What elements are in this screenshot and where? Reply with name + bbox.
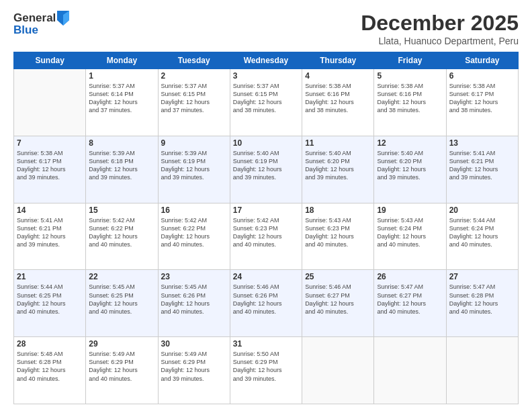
calendar-cell: 15Sunrise: 5:42 AMSunset: 6:22 PMDayligh… [86,203,158,270]
weekday-header-sunday: Sunday [14,52,86,69]
calendar-cell [302,337,374,404]
logo-blue-text: Blue [13,24,69,37]
logo: General Blue [13,11,69,37]
day-info: Sunrise: 5:45 AMSunset: 6:25 PMDaylight:… [89,283,154,316]
calendar-row-4: 28Sunrise: 5:48 AMSunset: 6:28 PMDayligh… [14,337,519,404]
day-number: 16 [161,205,227,215]
day-number: 6 [449,71,515,81]
day-number: 4 [305,71,371,81]
day-number: 25 [305,272,371,281]
day-info: Sunrise: 5:42 AMSunset: 6:23 PMDaylight:… [233,216,299,249]
calendar-cell: 26Sunrise: 5:47 AMSunset: 6:27 PMDayligh… [374,270,446,337]
day-number: 11 [305,138,371,148]
day-info: Sunrise: 5:50 AMSunset: 6:29 PMDaylight:… [233,350,299,383]
day-number: 1 [89,71,154,81]
title-block: December 2025 Llata, Huanuco Department,… [361,11,519,46]
location: Llata, Huanuco Department, Peru [361,36,519,46]
calendar-cell: 5Sunrise: 5:38 AMSunset: 6:16 PMDaylight… [374,69,446,136]
day-number: 27 [449,272,515,281]
calendar-cell: 7Sunrise: 5:38 AMSunset: 6:17 PMDaylight… [14,136,86,203]
calendar-cell: 20Sunrise: 5:44 AMSunset: 6:24 PMDayligh… [446,203,518,270]
calendar-cell: 28Sunrise: 5:48 AMSunset: 6:28 PMDayligh… [14,337,86,404]
weekday-header-row: SundayMondayTuesdayWednesdayThursdayFrid… [14,52,519,69]
calendar-table: SundayMondayTuesdayWednesdayThursdayFrid… [13,52,519,404]
calendar-cell: 8Sunrise: 5:39 AMSunset: 6:18 PMDaylight… [86,136,158,203]
calendar-cell: 31Sunrise: 5:50 AMSunset: 6:29 PMDayligh… [230,337,302,404]
day-number: 3 [233,71,299,81]
calendar-row-2: 14Sunrise: 5:41 AMSunset: 6:21 PMDayligh… [14,203,519,270]
day-number: 19 [377,205,443,215]
calendar-row-3: 21Sunrise: 5:44 AMSunset: 6:25 PMDayligh… [14,270,519,337]
day-info: Sunrise: 5:48 AMSunset: 6:28 PMDaylight:… [17,350,83,383]
day-number: 14 [17,205,83,215]
calendar-cell: 25Sunrise: 5:46 AMSunset: 6:27 PMDayligh… [302,270,374,337]
logo-general-text: General [13,11,56,25]
day-info: Sunrise: 5:49 AMSunset: 6:29 PMDaylight:… [89,350,154,383]
weekday-header-thursday: Thursday [302,52,374,69]
page: General Blue December 2025 Llata, Huanuc… [0,0,532,411]
day-info: Sunrise: 5:38 AMSunset: 6:16 PMDaylight:… [305,82,371,115]
calendar-cell: 13Sunrise: 5:41 AMSunset: 6:21 PMDayligh… [446,136,518,203]
calendar-row-1: 7Sunrise: 5:38 AMSunset: 6:17 PMDaylight… [14,136,519,203]
calendar-cell: 29Sunrise: 5:49 AMSunset: 6:29 PMDayligh… [86,337,158,404]
day-number: 30 [161,339,227,349]
day-info: Sunrise: 5:46 AMSunset: 6:26 PMDaylight:… [233,283,299,316]
day-number: 15 [89,205,154,215]
day-info: Sunrise: 5:39 AMSunset: 6:19 PMDaylight:… [161,149,227,182]
month-title: December 2025 [361,11,519,36]
calendar-cell: 1Sunrise: 5:37 AMSunset: 6:14 PMDaylight… [86,69,158,136]
day-info: Sunrise: 5:42 AMSunset: 6:22 PMDaylight:… [89,216,154,249]
header: General Blue December 2025 Llata, Huanuc… [13,11,519,46]
calendar-cell [446,337,518,404]
day-info: Sunrise: 5:47 AMSunset: 6:27 PMDaylight:… [377,283,443,316]
day-number: 26 [377,272,443,281]
day-info: Sunrise: 5:44 AMSunset: 6:24 PMDaylight:… [449,216,515,249]
calendar-cell: 12Sunrise: 5:40 AMSunset: 6:20 PMDayligh… [374,136,446,203]
calendar-cell: 9Sunrise: 5:39 AMSunset: 6:19 PMDaylight… [158,136,230,203]
calendar-cell: 10Sunrise: 5:40 AMSunset: 6:19 PMDayligh… [230,136,302,203]
day-number: 21 [17,272,83,281]
day-number: 7 [17,138,83,148]
day-number: 31 [233,339,299,349]
day-number: 5 [377,71,443,81]
day-info: Sunrise: 5:40 AMSunset: 6:19 PMDaylight:… [233,149,299,182]
day-number: 20 [449,205,515,215]
day-info: Sunrise: 5:43 AMSunset: 6:24 PMDaylight:… [377,216,443,249]
calendar-cell: 24Sunrise: 5:46 AMSunset: 6:26 PMDayligh… [230,270,302,337]
day-number: 28 [17,339,83,349]
calendar-row-0: 1Sunrise: 5:37 AMSunset: 6:14 PMDaylight… [14,69,519,136]
day-number: 24 [233,272,299,281]
calendar-cell: 18Sunrise: 5:43 AMSunset: 6:23 PMDayligh… [302,203,374,270]
calendar-cell [374,337,446,404]
day-info: Sunrise: 5:44 AMSunset: 6:25 PMDaylight:… [17,283,83,316]
calendar-cell: 4Sunrise: 5:38 AMSunset: 6:16 PMDaylight… [302,69,374,136]
day-info: Sunrise: 5:45 AMSunset: 6:26 PMDaylight:… [161,283,227,316]
day-info: Sunrise: 5:38 AMSunset: 6:16 PMDaylight:… [377,82,443,115]
day-number: 2 [161,71,227,81]
weekday-header-friday: Friday [374,52,446,69]
day-info: Sunrise: 5:40 AMSunset: 6:20 PMDaylight:… [377,149,443,182]
day-info: Sunrise: 5:41 AMSunset: 6:21 PMDaylight:… [449,149,515,182]
day-info: Sunrise: 5:43 AMSunset: 6:23 PMDaylight:… [305,216,371,249]
calendar-cell [14,69,86,136]
day-number: 13 [449,138,515,148]
day-info: Sunrise: 5:37 AMSunset: 6:15 PMDaylight:… [161,82,227,115]
day-number: 8 [89,138,154,148]
day-info: Sunrise: 5:46 AMSunset: 6:27 PMDaylight:… [305,283,371,316]
day-number: 17 [233,205,299,215]
logo-icon [57,11,69,26]
day-number: 10 [233,138,299,148]
day-info: Sunrise: 5:47 AMSunset: 6:28 PMDaylight:… [449,283,515,316]
day-info: Sunrise: 5:38 AMSunset: 6:17 PMDaylight:… [17,149,83,182]
weekday-header-saturday: Saturday [446,52,518,69]
calendar-cell: 2Sunrise: 5:37 AMSunset: 6:15 PMDaylight… [158,69,230,136]
calendar-cell: 16Sunrise: 5:42 AMSunset: 6:22 PMDayligh… [158,203,230,270]
day-info: Sunrise: 5:37 AMSunset: 6:15 PMDaylight:… [233,82,299,115]
calendar-cell: 22Sunrise: 5:45 AMSunset: 6:25 PMDayligh… [86,270,158,337]
weekday-header-tuesday: Tuesday [158,52,230,69]
day-info: Sunrise: 5:38 AMSunset: 6:17 PMDaylight:… [449,82,515,115]
day-number: 23 [161,272,227,281]
day-number: 18 [305,205,371,215]
calendar-cell: 6Sunrise: 5:38 AMSunset: 6:17 PMDaylight… [446,69,518,136]
day-info: Sunrise: 5:41 AMSunset: 6:21 PMDaylight:… [17,216,83,249]
